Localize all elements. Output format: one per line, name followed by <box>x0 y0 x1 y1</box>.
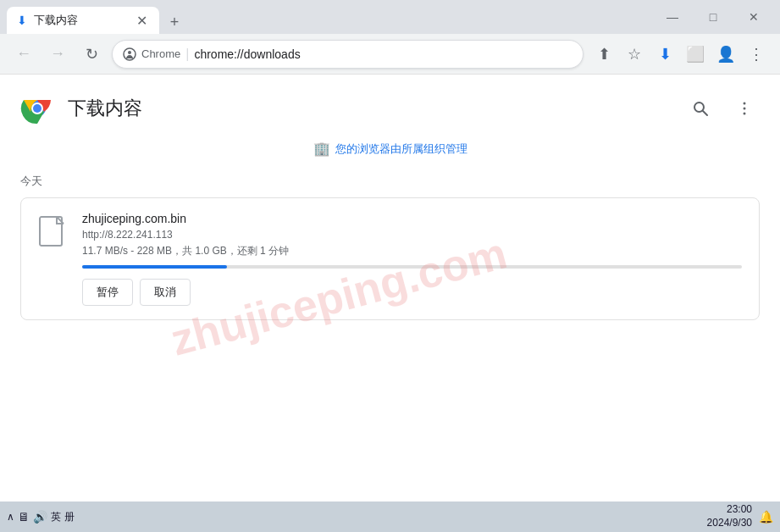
chrome-logo <box>20 91 54 125</box>
file-icon <box>38 215 69 252</box>
org-notice: 🏢 您的浏览器由所属组织管理 <box>20 136 760 167</box>
omnibox-chrome-label: Chrome <box>141 47 180 60</box>
taskbar-lang-cn: 册 <box>64 510 75 524</box>
taskbar-lang-en: 英 <box>51 510 61 524</box>
page-content: 下载内容 🏢 您的浏览器由所属组织管理 今天 <box>0 75 780 502</box>
omnibox-separator: | <box>185 47 189 62</box>
progress-bar-container <box>82 265 742 269</box>
download-url: http://8.222.241.113 <box>82 229 742 241</box>
svg-line-7 <box>703 111 707 115</box>
org-notice-icon: 🏢 <box>313 141 330 157</box>
tab-area: ⬇ 下载内容 ✕ + <box>7 0 643 34</box>
omnibox[interactable]: Chrome | chrome://downloads <box>112 40 584 69</box>
download-stats: 11.7 MB/s - 228 MB，共 1.0 GB，还剩 1 分钟 <box>82 244 742 258</box>
refresh-button[interactable]: ↻ <box>78 41 105 68</box>
taskbar-time-value: 23:00 <box>707 503 752 517</box>
svg-point-5 <box>33 104 41 113</box>
svg-point-1 <box>128 51 131 54</box>
maximize-button[interactable]: □ <box>694 3 733 30</box>
tab-search-button[interactable]: ⬜ <box>682 41 709 68</box>
active-tab[interactable]: ⬇ 下载内容 ✕ <box>7 7 159 34</box>
search-icon <box>692 100 709 117</box>
page-header: 下载内容 <box>20 75 760 136</box>
profile-button[interactable]: 👤 <box>712 41 739 68</box>
download-info: zhujiceping.com.bin http://8.222.241.113… <box>82 212 742 306</box>
new-tab-button[interactable]: + <box>163 10 186 34</box>
back-button[interactable]: ← <box>10 41 37 68</box>
more-options-button[interactable] <box>729 93 760 124</box>
tab-close-button[interactable]: ✕ <box>134 13 149 28</box>
toolbar-icons: ⬆ ☆ ⬇ ⬜ 👤 ⋮ <box>590 41 770 68</box>
svg-point-8 <box>744 103 746 105</box>
svg-point-10 <box>744 113 746 115</box>
cancel-button[interactable]: 取消 <box>140 279 191 306</box>
taskbar-notify-icon: 🔔 <box>759 510 773 524</box>
svg-point-9 <box>744 108 746 110</box>
progress-bar-fill <box>82 265 227 269</box>
search-downloads-button[interactable] <box>685 93 716 124</box>
taskbar-speaker-icon: 🔊 <box>33 510 47 524</box>
taskbar-chevron: ∧ <box>7 511 14 523</box>
download-card: zhujiceping.com.bin http://8.222.241.113… <box>20 197 760 320</box>
bookmark-button[interactable]: ☆ <box>621 41 648 68</box>
window-controls: — □ ✕ <box>653 3 773 30</box>
tab-favicon: ⬇ <box>17 14 27 27</box>
taskbar-monitor-icon: 🖥 <box>18 510 30 524</box>
menu-button[interactable]: ⋮ <box>743 41 770 68</box>
download-hub-button[interactable]: ⬇ <box>651 41 678 68</box>
download-filename: zhujiceping.com.bin <box>82 212 742 225</box>
forward-button[interactable]: → <box>44 41 71 68</box>
taskbar-date-value: 2024/9/30 <box>707 517 752 530</box>
close-button[interactable]: ✕ <box>734 3 773 30</box>
title-bar: ⬇ 下载内容 ✕ + — □ ✕ <box>0 0 780 34</box>
share-button[interactable]: ⬆ <box>590 41 617 68</box>
minimize-button[interactable]: — <box>653 3 692 30</box>
svg-rect-11 <box>40 217 62 246</box>
taskbar-datetime: 23:00 2024/9/30 <box>707 503 752 529</box>
page-title: 下载内容 <box>68 96 142 121</box>
org-notice-link[interactable]: 您的浏览器由所属组织管理 <box>335 141 467 157</box>
date-group-label: 今天 <box>20 174 760 189</box>
pause-button[interactable]: 暂停 <box>82 279 133 306</box>
taskbar-right: 23:00 2024/9/30 🔔 <box>707 503 773 529</box>
taskbar: ∧ 🖥 🔊 英 册 23:00 2024/9/30 🔔 <box>0 502 780 532</box>
tab-title: 下载内容 <box>34 13 127 28</box>
omnibox-url: chrome://downloads <box>194 47 573 61</box>
more-vertical-icon <box>736 100 753 117</box>
address-bar: ← → ↻ Chrome | chrome://downloads ⬆ ☆ ⬇ … <box>0 34 780 75</box>
file-icon-area <box>38 215 69 252</box>
download-actions: 暂停 取消 <box>82 279 742 306</box>
chrome-secure-icon <box>123 47 136 61</box>
